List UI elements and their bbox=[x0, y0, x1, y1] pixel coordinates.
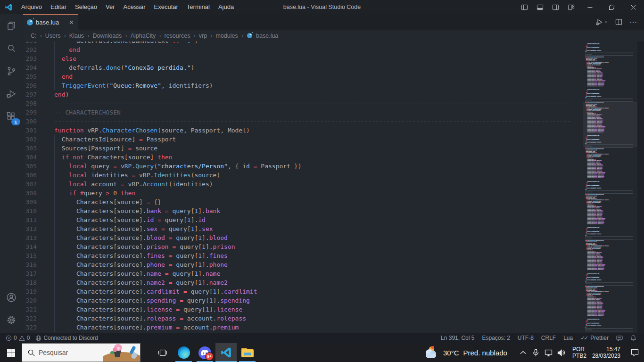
encoding[interactable]: UTF-8 bbox=[514, 333, 537, 343]
weather-widget[interactable]: 30°C Pred. nublado bbox=[425, 347, 517, 358]
run-debug-icon[interactable] bbox=[0, 83, 23, 105]
taskbar-discord-icon[interactable]: 9+ bbox=[194, 343, 215, 362]
code-line[interactable]: 292 end bbox=[23, 45, 583, 54]
code-line[interactable]: 296 TriggerEvent("Queue:Remove", identif… bbox=[23, 81, 583, 90]
menu-executar[interactable]: Executar bbox=[150, 0, 182, 14]
toggle-secondary-sidebar-icon[interactable] bbox=[548, 0, 563, 14]
source-control-icon[interactable] bbox=[0, 60, 23, 82]
minimap[interactable] bbox=[583, 41, 637, 333]
code-line[interactable]: 315 Characters[source].fines = query[1].… bbox=[23, 251, 583, 260]
customize-layout-icon[interactable] bbox=[563, 0, 579, 14]
search-highlight-image[interactable] bbox=[103, 344, 140, 362]
indentation[interactable]: Espaços: 2 bbox=[478, 333, 513, 343]
code-line[interactable]: 308 if #query > 0 then bbox=[23, 189, 583, 197]
tray-chevron-up-icon[interactable] bbox=[517, 351, 529, 354]
menu-seleção[interactable]: Seleção bbox=[71, 0, 101, 14]
toggle-primary-sidebar-icon[interactable] bbox=[517, 0, 532, 14]
code-line[interactable]: 298-------------------------------------… bbox=[23, 99, 583, 108]
code-line[interactable]: 312 Characters[source].sex = query[1].se… bbox=[23, 224, 583, 233]
language-mode[interactable]: Lua bbox=[560, 333, 577, 343]
code-line[interactable]: 309 Characters[source] = {} bbox=[23, 197, 583, 206]
code-line[interactable]: 305 local query = vRP.Query("characters/… bbox=[23, 162, 583, 171]
menu-arquivo[interactable]: Arquivo bbox=[17, 0, 46, 14]
code-line[interactable]: 297end) bbox=[23, 90, 583, 99]
toggle-panel-icon[interactable] bbox=[532, 0, 548, 14]
breadcrumb-segment[interactable]: C: bbox=[31, 33, 37, 39]
problems-indicator[interactable]: 0 0 bbox=[3, 333, 33, 343]
more-actions-icon[interactable]: ⋯ bbox=[629, 17, 637, 26]
code-line[interactable]: 323 Characters[source].premium = account… bbox=[23, 323, 583, 332]
code-line[interactable]: 314 Characters[source].prison = query[1]… bbox=[23, 242, 583, 251]
breadcrumb-segment[interactable]: vrp bbox=[199, 33, 207, 39]
split-editor-icon[interactable] bbox=[615, 18, 622, 25]
line-number: 312 bbox=[23, 224, 37, 233]
task-view-button[interactable] bbox=[152, 343, 173, 362]
code-line[interactable]: 311 Characters[source].id = query[1].id bbox=[23, 215, 583, 224]
accounts-icon[interactable] bbox=[0, 287, 23, 308]
start-button[interactable] bbox=[0, 343, 22, 362]
code-line[interactable]: 322 Characters[source].rolepass = accoun… bbox=[23, 314, 583, 323]
tab-base-lua[interactable]: base.lua ✕ bbox=[23, 14, 78, 30]
taskbar-vscode-icon[interactable] bbox=[215, 343, 237, 362]
breadcrumb-segment[interactable]: modules bbox=[215, 33, 238, 39]
close-button[interactable] bbox=[622, 0, 644, 14]
feedback-icon[interactable] bbox=[612, 333, 627, 343]
menu-acessar[interactable]: Acessar bbox=[119, 0, 150, 14]
formatter-status[interactable]: ✓✓ Prettier bbox=[577, 333, 612, 343]
restore-button[interactable] bbox=[601, 0, 622, 14]
code-line[interactable]: 307 local account = vRP.Account(identiti… bbox=[23, 180, 583, 189]
breadcrumb-segment[interactable]: resources bbox=[165, 33, 190, 39]
code-line[interactable]: 313 Characters[source].blood = query[1].… bbox=[23, 233, 583, 242]
code-line[interactable]: 317 Characters[source].name = query[1].n… bbox=[23, 269, 583, 278]
code-line[interactable]: 320 Characters[source].spending = query[… bbox=[23, 296, 583, 305]
volume-icon[interactable] bbox=[555, 349, 568, 356]
clock[interactable]: 15:47 28/03/2023 bbox=[590, 346, 625, 360]
code-line[interactable]: 310 Characters[source].bank = query[1].b… bbox=[23, 206, 583, 215]
code-line[interactable]: 303 Sources[Passport] = source bbox=[23, 144, 583, 153]
settings-gear-icon[interactable] bbox=[0, 309, 23, 331]
code-line[interactable]: 291 deferrals.done(BannedText .. ".") bbox=[23, 41, 583, 45]
line-number: 306 bbox=[23, 171, 37, 180]
taskbar-edge-icon[interactable] bbox=[173, 343, 194, 362]
code-line[interactable]: 318 Characters[source].name2 = query[1].… bbox=[23, 278, 583, 287]
taskbar-explorer-icon[interactable] bbox=[237, 343, 258, 362]
breadcrumb-segment[interactable]: base.lua bbox=[247, 33, 278, 39]
code-line[interactable]: 295 end bbox=[23, 72, 583, 81]
extensions-icon[interactable]: 1 bbox=[0, 106, 23, 127]
menu-terminal[interactable]: Terminal bbox=[182, 0, 214, 14]
menu-ajuda[interactable]: Ajuda bbox=[214, 0, 238, 14]
search-icon[interactable] bbox=[0, 38, 23, 59]
taskbar-search-input[interactable]: Pesquisar bbox=[22, 343, 140, 362]
minimize-button[interactable] bbox=[579, 0, 601, 14]
breadcrumb-segment[interactable]: Users bbox=[45, 33, 61, 39]
breadcrumb-segment[interactable]: AlphaCity bbox=[131, 33, 156, 39]
code-line[interactable]: 301function vRP.CharacterChosen(source, … bbox=[23, 126, 583, 135]
code-line[interactable]: 304 if not Characters[source] then bbox=[23, 153, 583, 162]
chevron-right-icon: › bbox=[159, 32, 161, 39]
notifications-bell-icon[interactable] bbox=[627, 333, 640, 343]
breadcrumb-segment[interactable]: Downloads bbox=[92, 33, 122, 39]
menu-ver[interactable]: Ver bbox=[101, 0, 119, 14]
run-or-debug-button[interactable]: ⌄ bbox=[595, 18, 608, 26]
microphone-icon[interactable] bbox=[529, 349, 542, 357]
explorer-icon[interactable] bbox=[0, 15, 23, 37]
breadcrumb-segment[interactable]: Klaus bbox=[69, 33, 84, 39]
discord-status[interactable]: Connected to Discord bbox=[33, 333, 100, 343]
cursor-position[interactable]: Ln 391, Col 5 bbox=[437, 333, 478, 343]
code-line[interactable]: 299-- CHARACTERCHOSEN bbox=[23, 108, 583, 117]
eol-sequence[interactable]: CRLF bbox=[537, 333, 560, 343]
code-line[interactable]: 293 else bbox=[23, 54, 583, 63]
tab-close-icon[interactable]: ✕ bbox=[69, 19, 74, 25]
code-line[interactable]: 302 CharactersId[source] = Passport bbox=[23, 135, 583, 144]
code-line[interactable]: 300-------------------------------------… bbox=[23, 117, 583, 126]
code-line[interactable]: 316 Characters[source].phone = query[1].… bbox=[23, 260, 583, 269]
editor-scrollbar[interactable] bbox=[637, 41, 644, 333]
network-icon[interactable] bbox=[542, 349, 555, 356]
code-line[interactable]: 306 local identities = vRP.Identities(so… bbox=[23, 171, 583, 180]
code-line[interactable]: 319 Characters[source].cardlimit = query… bbox=[23, 287, 583, 296]
code-line[interactable]: 294 deferrals.done("Conexão perdida.") bbox=[23, 63, 583, 72]
action-center-icon[interactable] bbox=[625, 349, 644, 356]
language-indicator[interactable]: POR PTB2 bbox=[568, 346, 590, 360]
code-line[interactable]: 321 Characters[source].license = query[1… bbox=[23, 305, 583, 314]
menu-editar[interactable]: Editar bbox=[46, 0, 71, 14]
